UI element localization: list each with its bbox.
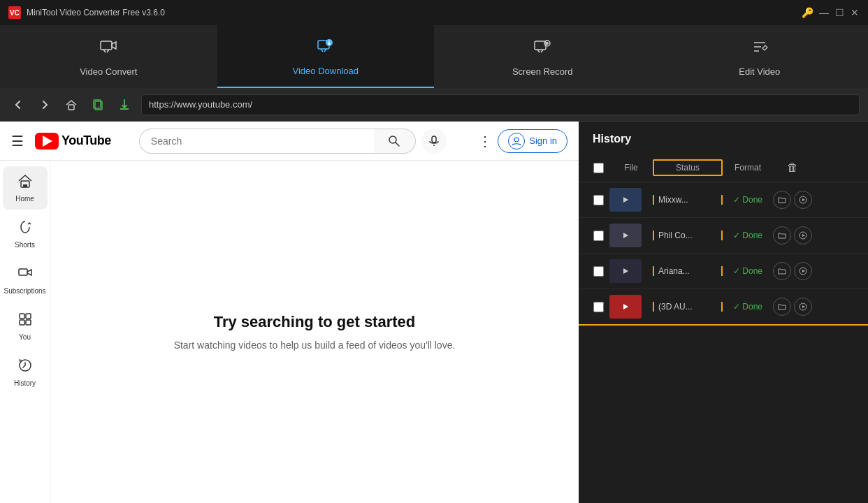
yt-sidebar-you[interactable]: You	[3, 305, 48, 348]
folder-button-4[interactable]	[773, 298, 791, 316]
delete-all-button[interactable]: 🗑	[787, 161, 798, 174]
yt-sidebar-subscriptions-label: Subscriptions	[3, 287, 45, 295]
history-status-3: ✓ Done	[723, 266, 773, 276]
tab-screen-record[interactable]: Screen Record	[434, 25, 651, 88]
yt-sidebar-you-label: You	[19, 333, 31, 341]
svg-rect-16	[26, 314, 31, 319]
key-icon: 🔑	[802, 7, 813, 18]
svg-rect-10	[432, 136, 436, 143]
file-col-header: File	[609, 163, 653, 173]
history-filename-2: Phil Co...	[653, 231, 723, 240]
history-thumb-4	[609, 295, 642, 319]
history-filename-4: (3D AU...	[653, 302, 723, 312]
toolbar	[0, 88, 868, 122]
yt-signin-button[interactable]: Sign in	[498, 129, 567, 153]
yt-logo[interactable]: YouTube	[35, 133, 111, 150]
app-title: MiniTool Video Converter Free v3.6.0	[27, 8, 165, 17]
url-input[interactable]	[141, 94, 860, 115]
yt-history-icon	[17, 358, 33, 377]
yt-empty-state: Try searching to get started Start watch…	[174, 313, 456, 351]
play-button-4[interactable]	[794, 298, 812, 316]
folder-button-1[interactable]	[773, 191, 791, 209]
row-checkbox-1[interactable]	[593, 195, 604, 205]
row-checkbox-2[interactable]	[593, 231, 604, 241]
app-icon: VC	[8, 6, 21, 19]
browser-panel: ☰ YouTube ⋮	[0, 122, 579, 503]
yt-shorts-icon	[17, 219, 33, 238]
title-bar-left: VC MiniTool Video Converter Free v3.6.0	[8, 6, 165, 19]
youtube-header: ☰ YouTube ⋮	[0, 122, 579, 161]
yt-logo-icon	[35, 133, 59, 150]
back-button[interactable]	[8, 95, 28, 115]
svg-rect-0	[101, 41, 112, 50]
yt-sidebar-shorts[interactable]: Shorts	[3, 212, 48, 256]
svg-point-11	[514, 138, 519, 142]
edit-video-icon	[750, 37, 769, 61]
history-filename-1: Mixxw...	[653, 195, 723, 205]
yt-sidebar-home[interactable]: Home	[3, 166, 48, 210]
history-panel: History File Status Format 🗑 Mixxw... ✓	[579, 122, 868, 503]
tab-screen-record-label: Screen Record	[512, 66, 573, 77]
svg-point-5	[546, 42, 549, 45]
history-thumb-2	[609, 224, 642, 247]
home-button[interactable]	[62, 95, 81, 115]
yt-sidebar: Home Shorts Subscriptions	[0, 161, 50, 503]
yt-empty-subtitle: Start watching videos to help us build a…	[174, 340, 456, 351]
history-status-1: ✓ Done	[723, 195, 773, 205]
svg-rect-17	[20, 320, 24, 325]
yt-main-content: Try searching to get started Start watch…	[50, 161, 579, 503]
history-thumb-3	[609, 259, 642, 283]
tab-video-download[interactable]: Video Download	[217, 25, 435, 88]
table-row: Mixxw... ✓ Done	[579, 182, 868, 218]
table-row: Ariana... ✓ Done	[579, 254, 868, 289]
folder-button-3[interactable]	[773, 262, 791, 280]
minimize-button[interactable]: —	[819, 8, 829, 17]
yt-signin-label: Sign in	[529, 136, 557, 146]
paste-button[interactable]	[88, 95, 108, 115]
nav-tabs: Video Convert Video Download Screen Reco…	[0, 25, 868, 88]
history-filename-3: Ariana...	[653, 266, 723, 276]
yt-mic-button[interactable]	[421, 129, 447, 154]
folder-button-2[interactable]	[773, 226, 791, 245]
yt-empty-title: Try searching to get started	[174, 313, 456, 331]
yt-sidebar-shorts-label: Shorts	[15, 241, 35, 249]
yt-search-button[interactable]	[374, 129, 416, 154]
yt-header-right: ⋮ Sign in	[478, 129, 567, 153]
close-button[interactable]: ✕	[850, 8, 860, 17]
tab-edit-video-label: Edit Video	[739, 66, 780, 77]
yt-body: Home Shorts Subscriptions	[0, 161, 579, 503]
play-button-2[interactable]	[794, 226, 812, 245]
play-button-1[interactable]	[794, 191, 812, 209]
select-all-checkbox[interactable]	[593, 163, 604, 173]
tab-edit-video[interactable]: Edit Video	[651, 25, 869, 88]
screen-record-icon	[533, 37, 552, 61]
tab-video-download-label: Video Download	[293, 66, 359, 76]
yt-menu-button[interactable]: ☰	[11, 133, 24, 150]
status-col-header: Status	[653, 159, 723, 176]
video-convert-icon	[99, 37, 118, 61]
tab-video-convert-label: Video Convert	[80, 66, 137, 77]
row-checkbox-4[interactable]	[593, 302, 604, 312]
svg-rect-15	[20, 314, 24, 319]
yt-sidebar-subscriptions[interactable]: Subscriptions	[3, 258, 48, 302]
forward-button[interactable]	[35, 95, 55, 115]
table-row: Phil Co... ✓ Done	[579, 218, 868, 254]
maximize-button[interactable]: ☐	[834, 8, 844, 17]
window-controls: 🔑 — ☐ ✕	[802, 7, 860, 18]
svg-rect-13	[23, 184, 27, 187]
video-download-icon	[316, 36, 335, 60]
tab-video-convert[interactable]: Video Convert	[0, 25, 217, 88]
yt-home-icon	[17, 173, 33, 192]
download-toolbar-button[interactable]	[115, 95, 134, 115]
play-button-3[interactable]	[794, 262, 812, 280]
yt-user-icon	[508, 133, 525, 150]
history-table: Mixxw... ✓ Done Phil Co... ✓	[579, 182, 868, 503]
row-checkbox-3[interactable]	[593, 266, 604, 277]
svg-rect-6	[68, 105, 74, 110]
yt-more-button[interactable]: ⋮	[478, 133, 492, 150]
yt-sidebar-history-label: History	[14, 379, 36, 387]
yt-sidebar-history[interactable]: History	[3, 351, 48, 394]
history-table-header: File Status Format 🗑	[579, 154, 868, 182]
yt-logo-text: YouTube	[62, 133, 111, 148]
yt-search-input[interactable]	[139, 129, 374, 154]
